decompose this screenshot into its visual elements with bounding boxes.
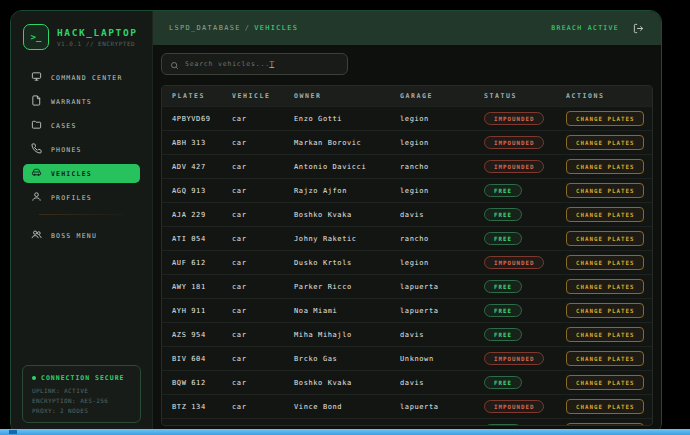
cell-plates: 4PBYVD69 [172, 115, 232, 123]
cell-plates: AJA 229 [172, 211, 232, 219]
cell-vehicle: car [232, 187, 294, 195]
cell-owner: Markan Borovic [294, 139, 400, 147]
sidebar-item-cases[interactable]: CASES [23, 116, 140, 135]
cell-actions: CHANGE PLATES [566, 399, 644, 414]
change-plates-button[interactable]: CHANGE PLATES [566, 351, 644, 366]
sidebar-item-profiles[interactable]: PROFILES [23, 188, 140, 207]
status-badge: IMPOUNDED [484, 136, 544, 149]
sidebar-item-label: VEHICLES [51, 170, 92, 178]
sidebar-item-vehicles[interactable]: VEHICLES [23, 164, 140, 183]
cell-plates: BTZ 134 [172, 403, 232, 411]
table-row: AGQ 913 car Rajzo Ajfon legion FREE CHAN… [162, 178, 652, 202]
cell-status: FREE [484, 376, 566, 389]
cell-status: FREE [484, 424, 566, 426]
header-vehicle: VEHICLE [232, 92, 294, 100]
sidebar-nav: COMMAND CENTER WARRANTS CASES PHONES [11, 58, 152, 250]
car-icon [31, 167, 42, 180]
cell-garage: legion [400, 187, 484, 195]
connection-uplink: UPLINK: ACTIVE [32, 387, 131, 394]
change-plates-button[interactable]: CHANGE PLATES [566, 231, 644, 246]
sidebar-item-command-center[interactable]: COMMAND CENTER [23, 68, 140, 87]
change-plates-button[interactable]: CHANGE PLATES [566, 327, 644, 342]
breadcrumb: LSPD_DATABASE/VEHICLES [169, 24, 298, 32]
table-row: AYH 911 car Noa Miami lapuerta FREE CHAN… [162, 298, 652, 322]
table-row: AJA 229 car Boshko Kvaka davis FREE CHAN… [162, 202, 652, 226]
sidebar-divider [39, 214, 124, 215]
cell-vehicle: car [232, 283, 294, 291]
brand: >_ HACK_LAPTOP V1.0.1 // ENCRYPTED [11, 11, 152, 58]
hack-laptop-window: >_ HACK_LAPTOP V1.0.1 // ENCRYPTED COMMA… [10, 10, 662, 435]
cell-owner: Boshko Kvaka [294, 211, 400, 219]
search-box[interactable]: ⌶ [161, 53, 348, 75]
connection-title: CONNECTION SECURE [32, 374, 131, 382]
table-row: ABH 313 car Markan Borovic legion IMPOUN… [162, 130, 652, 154]
cell-vehicle: car [232, 379, 294, 387]
change-plates-button[interactable]: CHANGE PLATES [566, 423, 644, 426]
sidebar-item-phones[interactable]: PHONES [23, 140, 140, 159]
logout-icon[interactable] [632, 22, 645, 35]
table-row: BTZ 134 car Vince Bond lapuerta IMPOUNDE… [162, 394, 652, 418]
change-plates-button[interactable]: CHANGE PLATES [566, 159, 644, 174]
change-plates-button[interactable]: CHANGE PLATES [566, 183, 644, 198]
breach-active-badge: BREACH ACTIVE [551, 24, 619, 32]
header-plates: PLATES [172, 92, 232, 100]
sidebar-item-boss-menu[interactable]: BOSS MENU [23, 226, 140, 245]
change-plates-button[interactable]: CHANGE PLATES [566, 279, 644, 294]
table-row: BQW 612 car Boshko Kvaka davis FREE CHAN… [162, 370, 652, 394]
change-plates-button[interactable]: CHANGE PLATES [566, 255, 644, 270]
breadcrumb-current: VEHICLES [254, 24, 298, 32]
table-row: ADV 427 car Antonio Davicci rancho IMPOU… [162, 154, 652, 178]
topbar: LSPD_DATABASE/VEHICLES BREACH ACTIVE [153, 11, 661, 45]
cell-actions: CHANGE PLATES [566, 423, 644, 426]
sidebar-item-warrants[interactable]: WARRANTS [23, 92, 140, 111]
change-plates-button[interactable]: CHANGE PLATES [566, 135, 644, 150]
change-plates-button[interactable]: CHANGE PLATES [566, 303, 644, 318]
cell-status: IMPOUNDED [484, 400, 566, 413]
cell-status: IMPOUNDED [484, 256, 566, 269]
cell-actions: CHANGE PLATES [566, 231, 644, 246]
table-row: 4PBYVD69 car Enzo Gotti legion IMPOUNDED… [162, 106, 652, 130]
connection-status-panel: CONNECTION SECURE UPLINK: ACTIVE ENCRYPT… [22, 365, 141, 423]
sidebar-item-label: PROFILES [51, 194, 92, 202]
cell-garage: davis [400, 331, 484, 339]
vehicles-table: PLATES VEHICLE OWNER GARAGE STATUS ACTIO… [161, 85, 653, 426]
cell-garage: Unknown [400, 355, 484, 363]
cell-status: FREE [484, 280, 566, 293]
change-plates-button[interactable]: CHANGE PLATES [566, 399, 644, 414]
cell-vehicle: car [232, 307, 294, 315]
cell-vehicle: car [232, 235, 294, 243]
breadcrumb-separator: / [245, 24, 251, 32]
table-row: ATI 054 car Johny Raketic rancho FREE CH… [162, 226, 652, 250]
terminal-icon: >_ [23, 24, 49, 50]
cell-garage: legion [400, 259, 484, 267]
cell-garage: davis [400, 211, 484, 219]
status-dot-icon [32, 376, 36, 380]
status-badge: FREE [484, 424, 522, 426]
taskbar-window-icon[interactable] [9, 430, 17, 434]
status-badge: FREE [484, 184, 522, 197]
cell-actions: CHANGE PLATES [566, 135, 644, 150]
change-plates-button[interactable]: CHANGE PLATES [566, 375, 644, 390]
cell-actions: CHANGE PLATES [566, 183, 644, 198]
cell-vehicle: car [232, 211, 294, 219]
cell-status: FREE [484, 328, 566, 341]
cell-owner: Antonio Davicci [294, 163, 400, 171]
status-badge: FREE [484, 304, 522, 317]
cell-owner: Brcko Gas [294, 355, 400, 363]
change-plates-button[interactable]: CHANGE PLATES [566, 207, 644, 222]
cell-actions: CHANGE PLATES [566, 351, 644, 366]
cell-owner: Noa Miami [294, 307, 400, 315]
change-plates-button[interactable]: CHANGE PLATES [566, 111, 644, 126]
header-garage: GARAGE [400, 92, 484, 100]
cell-status: FREE [484, 208, 566, 221]
cell-status: FREE [484, 184, 566, 197]
cell-status: IMPOUNDED [484, 160, 566, 173]
cell-vehicle: car [232, 139, 294, 147]
cell-actions: CHANGE PLATES [566, 327, 644, 342]
sidebar-item-label: COMMAND CENTER [51, 74, 123, 82]
brand-subtitle: V1.0.1 // ENCRYPTED [57, 40, 138, 47]
search-input[interactable] [185, 60, 339, 68]
taskbar-strip[interactable] [0, 429, 690, 435]
cell-actions: CHANGE PLATES [566, 111, 644, 126]
cell-garage: legion [400, 115, 484, 123]
